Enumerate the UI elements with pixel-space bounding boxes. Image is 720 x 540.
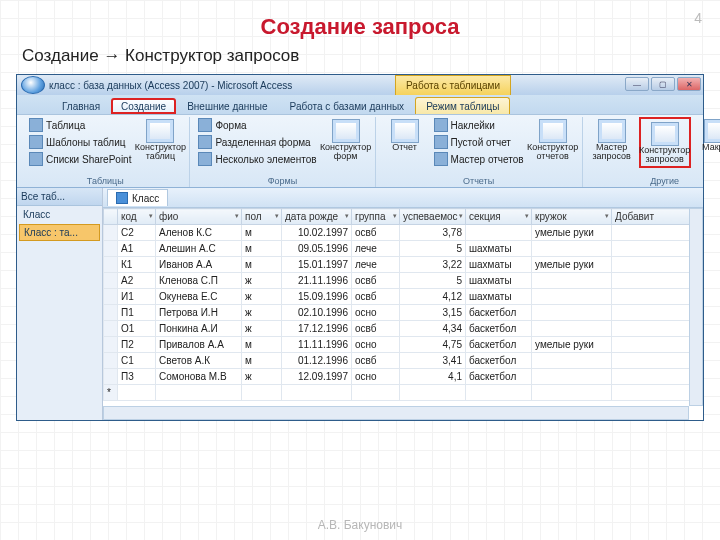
btn-report-design[interactable]: Конструктор отчетов xyxy=(530,117,576,162)
cell[interactable]: 4,12 xyxy=(400,289,466,305)
cell[interactable]: м xyxy=(242,337,282,353)
column-header[interactable]: группа▾ xyxy=(352,209,400,225)
cell[interactable] xyxy=(532,369,612,385)
column-header[interactable]: фио▾ xyxy=(156,209,242,225)
cell[interactable]: ж xyxy=(242,273,282,289)
cell[interactable]: 17.12.1996 xyxy=(282,321,352,337)
navigation-pane[interactable]: Все таб... Класс Класс : та... xyxy=(17,188,103,420)
cell[interactable]: осно xyxy=(352,305,400,321)
cell[interactable]: баскетбол xyxy=(466,321,532,337)
cell[interactable]: Светов А.К xyxy=(156,353,242,369)
tab-external-data[interactable]: Внешние данные xyxy=(176,97,278,114)
cell[interactable]: баскетбол xyxy=(466,353,532,369)
cell[interactable]: 4,1 xyxy=(400,369,466,385)
btn-table-templates[interactable]: Шаблоны таблиц xyxy=(27,134,133,150)
btn-sharepoint-lists[interactable]: Списки SharePoint xyxy=(27,151,133,167)
dropdown-icon[interactable]: ▾ xyxy=(345,212,349,220)
cell[interactable]: 15.01.1997 xyxy=(282,257,352,273)
cell[interactable]: И1 xyxy=(118,289,156,305)
cell[interactable]: Петрова И.Н xyxy=(156,305,242,321)
cell[interactable]: 01.12.1996 xyxy=(282,353,352,369)
dropdown-icon[interactable]: ▾ xyxy=(525,212,529,220)
sheet-tab-class[interactable]: Класс xyxy=(107,189,168,206)
dropdown-icon[interactable]: ▾ xyxy=(605,212,609,220)
cell[interactable]: м xyxy=(242,241,282,257)
dropdown-icon[interactable]: ▾ xyxy=(275,212,279,220)
table-row[interactable]: О1Понкина А.Иж17.12.1996освб4,34баскетбо… xyxy=(104,321,703,337)
column-header[interactable]: кружок▾ xyxy=(532,209,612,225)
horizontal-scrollbar[interactable] xyxy=(103,406,689,420)
cell[interactable]: м xyxy=(242,353,282,369)
cell[interactable] xyxy=(532,273,612,289)
btn-multiple-items[interactable]: Несколько элементов xyxy=(196,151,318,167)
cell[interactable]: Аленов К.С xyxy=(156,225,242,241)
btn-report-wizard[interactable]: Мастер отчетов xyxy=(432,151,526,167)
cell[interactable]: умелые руки xyxy=(532,257,612,273)
cell[interactable]: Понкина А.И xyxy=(156,321,242,337)
cell[interactable]: П3 xyxy=(118,369,156,385)
btn-form[interactable]: Форма xyxy=(196,117,318,133)
cell[interactable]: 5 xyxy=(400,241,466,257)
cell[interactable]: К1 xyxy=(118,257,156,273)
cell[interactable]: 3,41 xyxy=(400,353,466,369)
table-row[interactable]: П2Привалов А.Ам11.11.1996осно4,75баскетб… xyxy=(104,337,703,353)
cell[interactable]: шахматы xyxy=(466,241,532,257)
cell[interactable]: С2 xyxy=(118,225,156,241)
btn-table-design[interactable]: Конструктор таблиц xyxy=(137,117,183,162)
cell[interactable]: 02.10.1996 xyxy=(282,305,352,321)
cell[interactable]: С1 xyxy=(118,353,156,369)
table-row[interactable]: С1Светов А.Км01.12.1996освб3,41баскетбол xyxy=(104,353,703,369)
table-row[interactable]: А1Алешин А.См09.05.1996лече5шахматы xyxy=(104,241,703,257)
cell[interactable]: 4,75 xyxy=(400,337,466,353)
table-row[interactable]: А2Кленова С.Пж21.11.1996освб5шахматы xyxy=(104,273,703,289)
btn-report[interactable]: Отчет xyxy=(382,117,428,152)
cell[interactable]: Привалов А.А xyxy=(156,337,242,353)
nav-category[interactable]: Класс xyxy=(17,206,102,223)
cell[interactable]: баскетбол xyxy=(466,369,532,385)
cell[interactable]: баскетбол xyxy=(466,337,532,353)
table-row[interactable]: К1Иванов А.Ам15.01.1997лече3,22шахматыум… xyxy=(104,257,703,273)
btn-split-form[interactable]: Разделенная форма xyxy=(196,134,318,150)
cell[interactable] xyxy=(532,289,612,305)
cell[interactable]: П2 xyxy=(118,337,156,353)
context-tab-table-tools[interactable]: Работа с таблицами xyxy=(395,75,511,95)
cell[interactable]: лече xyxy=(352,257,400,273)
column-header[interactable]: дата рожде▾ xyxy=(282,209,352,225)
cell[interactable] xyxy=(532,305,612,321)
table-row[interactable]: П3Сомонова М.Вж12.09.1997осно4,1баскетбо… xyxy=(104,369,703,385)
btn-form-design[interactable]: Конструктор форм xyxy=(323,117,369,162)
cell[interactable]: баскетбол xyxy=(466,305,532,321)
cell[interactable]: освб xyxy=(352,289,400,305)
cell[interactable]: О1 xyxy=(118,321,156,337)
cell[interactable]: 3,78 xyxy=(400,225,466,241)
btn-query-wizard[interactable]: Мастер запросов xyxy=(589,117,635,162)
cell[interactable]: ж xyxy=(242,321,282,337)
cell[interactable]: м xyxy=(242,225,282,241)
cell[interactable]: освб xyxy=(352,225,400,241)
column-header[interactable]: код▾ xyxy=(118,209,156,225)
dropdown-icon[interactable]: ▾ xyxy=(459,212,463,220)
cell[interactable]: А2 xyxy=(118,273,156,289)
cell[interactable]: 09.05.1996 xyxy=(282,241,352,257)
cell[interactable] xyxy=(532,321,612,337)
close-button[interactable]: ✕ xyxy=(677,77,701,91)
datasheet-grid[interactable]: код▾фио▾пол▾дата рожде▾группа▾успеваемос… xyxy=(103,208,703,401)
cell[interactable]: Кленова С.П xyxy=(156,273,242,289)
btn-labels[interactable]: Наклейки xyxy=(432,117,526,133)
cell[interactable] xyxy=(532,353,612,369)
cell[interactable]: ж xyxy=(242,305,282,321)
btn-query-design[interactable]: Конструктор запросов xyxy=(642,120,688,165)
column-header[interactable]: секция▾ xyxy=(466,209,532,225)
table-row[interactable]: С2Аленов К.См10.02.1997освб3,78умелые ру… xyxy=(104,225,703,241)
cell[interactable]: 3,15 xyxy=(400,305,466,321)
dropdown-icon[interactable]: ▾ xyxy=(149,212,153,220)
column-header[interactable]: успеваемос▾ xyxy=(400,209,466,225)
cell[interactable]: шахматы xyxy=(466,289,532,305)
cell[interactable]: освб xyxy=(352,321,400,337)
btn-macro[interactable]: Макрос xyxy=(695,117,720,152)
dropdown-icon[interactable]: ▾ xyxy=(235,212,239,220)
cell[interactable]: шахматы xyxy=(466,273,532,289)
cell[interactable]: м xyxy=(242,257,282,273)
cell[interactable] xyxy=(466,225,532,241)
cell[interactable]: Сомонова М.В xyxy=(156,369,242,385)
